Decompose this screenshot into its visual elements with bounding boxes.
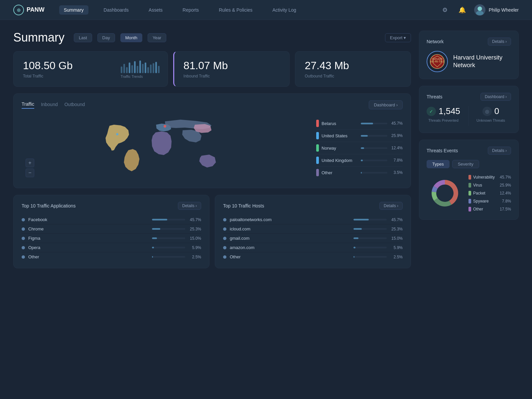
bar-pct: 5.9% (189, 245, 201, 250)
network-card: Network Details › VE-RI-TAS HARVARD Harv… (419, 31, 519, 79)
trend-bar (123, 64, 125, 73)
threat-legend-item: Vulnerability 45.7% (468, 174, 511, 181)
nav-summary[interactable]: Summary (59, 5, 88, 15)
zoom-out-button[interactable]: − (26, 169, 34, 177)
bar-fill-wrap (353, 247, 387, 248)
bar-pct: 45.7% (189, 217, 201, 222)
bar-name: Chrome (28, 226, 149, 231)
network-details-btn[interactable]: Details › (488, 38, 511, 46)
unknown-threats-row: ◎ 0 (482, 106, 499, 116)
legend-item: United States 25.9% (316, 130, 403, 142)
bar-fill (152, 219, 167, 220)
bar-item: Facebook 45.7% (22, 215, 201, 224)
threat-legend-item: Spyware 7.8% (468, 198, 511, 205)
settings-icon[interactable]: ⚙ (440, 5, 450, 15)
logo-icon: ◎ (13, 5, 24, 15)
event-tab-types[interactable]: Types (427, 160, 450, 168)
nav-right: ⚙ 🔔 Philip Wheeler (440, 4, 519, 16)
nav-dashboards[interactable]: Dashboards (99, 5, 134, 15)
nav-reports[interactable]: Reports (178, 5, 203, 15)
network-card-header: Network Details › (427, 38, 511, 46)
tl-name: Packet (473, 191, 498, 196)
bar-dot (22, 218, 25, 221)
network-card-title: Network (427, 39, 444, 44)
tab-inbound[interactable]: Inbound (41, 102, 58, 108)
time-btn-last[interactable]: Last (74, 33, 92, 42)
map-zoom-controls: + − (26, 159, 34, 177)
bar-pct: 2.5% (390, 255, 403, 259)
threat-legend: Vulnerability 45.7% Virus 25.9% Packet 1… (468, 174, 511, 213)
nav-activity[interactable]: Activity Log (268, 5, 301, 15)
threats-dashboard-btn[interactable]: Dashboard › (480, 93, 511, 101)
legend-name: Norway (322, 146, 358, 151)
tl-pct: 45.7% (500, 175, 511, 180)
export-button[interactable]: Export ▾ (385, 33, 411, 42)
bar-fill (152, 237, 157, 239)
bar-name: amazon.com (230, 245, 350, 250)
bar-dot (223, 237, 226, 240)
event-tab-severity[interactable]: Severity (452, 160, 479, 168)
avatar (474, 4, 485, 16)
legend-name: United Kingdom (322, 158, 358, 163)
tab-traffic[interactable]: Traffic (22, 101, 34, 109)
nav-rules[interactable]: Rules & Policies (214, 5, 257, 15)
bar-dot (223, 255, 226, 259)
legend-bar (361, 172, 362, 174)
svg-point-3 (164, 125, 166, 128)
bar-item: gmail.com 15.0% (223, 234, 403, 243)
trend-bar (147, 67, 149, 73)
bar-pct: 25.3% (390, 227, 403, 231)
bar-fill (353, 219, 369, 220)
bar-fill-wrap (353, 219, 387, 220)
left-panel: Summary Last Day Month Year Export ▾ 108… (13, 31, 411, 388)
bar-fill (353, 237, 358, 239)
inbound-traffic-value: 81.07 Mb (184, 60, 280, 72)
total-traffic-card: 108.50 Gb Total Traffic Traffic Trends (13, 51, 168, 87)
threat-legend-item: Virus 25.9% (468, 182, 511, 189)
trend-bar (126, 67, 128, 73)
top-hosts-details-btn[interactable]: Details › (379, 202, 403, 210)
bar-fill (152, 247, 154, 248)
tl-dot (468, 191, 471, 196)
bar-name: Facebook (28, 217, 149, 222)
traffic-trend-chart: Traffic Trends (121, 60, 160, 78)
legend-item: Other 3.5% (316, 167, 403, 179)
tab-outbound[interactable]: Outbound (65, 102, 85, 108)
unknown-threats-stat: ◎ 0 Unknown Threats (476, 106, 505, 122)
right-panel: Network Details › VE-RI-TAS HARVARD Harv… (419, 31, 519, 388)
stat-cards-row: 108.50 Gb Total Traffic Traffic Trends 8… (13, 51, 411, 87)
network-info: VE-RI-TAS HARVARD Harvard University Net… (427, 51, 511, 72)
tl-pct: 25.9% (500, 183, 511, 188)
bar-fill (152, 256, 153, 258)
bell-icon[interactable]: 🔔 (457, 5, 467, 15)
legend-bar-wrap (361, 160, 387, 161)
bar-pct: 25.3% (189, 227, 201, 231)
time-btn-day[interactable]: Day (97, 33, 115, 42)
threats-prevented-label: Threats Prevented (428, 118, 459, 122)
bar-dot (22, 255, 25, 259)
username: Philip Wheeler (489, 7, 519, 13)
threats-divider (468, 106, 468, 126)
top-apps-title: Top 10 Traffic Applications (22, 203, 75, 208)
top-apps-details-btn[interactable]: Details › (178, 202, 201, 210)
bar-name: gmail.com (230, 236, 350, 241)
legend-bar (361, 147, 364, 149)
tl-name: Other (473, 207, 498, 211)
threat-events-details-btn[interactable]: Details › (488, 147, 511, 155)
time-btn-year[interactable]: Year (148, 33, 166, 42)
zoom-in-button[interactable]: + (26, 159, 34, 167)
inbound-traffic-card: 81.07 Mb Inbound Traffic (173, 51, 290, 87)
map-and-legend: + − Belarus 45.7% United States 25.9% No… (22, 115, 403, 181)
donut-center (438, 186, 452, 200)
legend-item: Belarus 45.7% (316, 117, 403, 130)
user-menu[interactable]: Philip Wheeler (474, 4, 519, 16)
bar-fill (353, 256, 354, 258)
tl-dot (468, 175, 471, 180)
nav-assets[interactable]: Assets (144, 5, 167, 15)
time-btn-month[interactable]: Month (120, 33, 142, 42)
tl-pct: 7.8% (502, 199, 511, 203)
legend-name: Belarus (322, 121, 358, 126)
bar-item: Opera 5.9% (22, 243, 201, 252)
traffic-dashboard-btn[interactable]: Dashboard › (369, 100, 403, 109)
legend-dot (316, 120, 319, 127)
